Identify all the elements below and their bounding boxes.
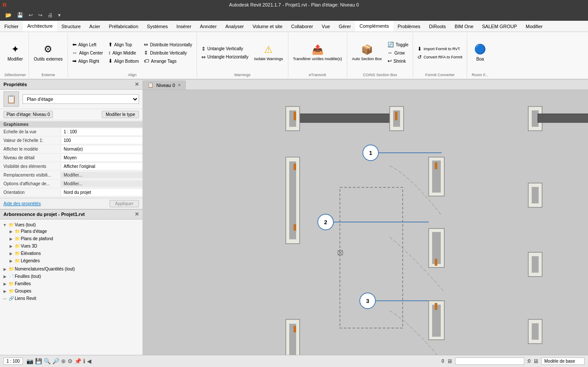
- status-workset-icon[interactable]: 🖥: [447, 358, 452, 364]
- untangle-v-btn[interactable]: ⇕ Untangle Vertically: [200, 45, 250, 53]
- menu-salemgroup[interactable]: SALEM GROUP: [478, 21, 521, 32]
- plans-etage-toggle[interactable]: ▶: [8, 229, 14, 234]
- qa-redo-btn[interactable]: ↪: [36, 11, 44, 19]
- menu-problemes[interactable]: Problèmes: [393, 21, 425, 32]
- vues-toggle[interactable]: ▼: [2, 223, 8, 227]
- canvas[interactable]: 1 2: [143, 90, 588, 355]
- tree-row-liens-revit[interactable]: — 🔗 Liens Revit: [2, 296, 141, 301]
- status-icon-pin[interactable]: 📌: [74, 358, 81, 364]
- svg-rect-54: [435, 303, 437, 310]
- align-left-btn[interactable]: ⬅ Align Left: [71, 41, 105, 48]
- status-icon-zoom2[interactable]: 🔎: [52, 358, 59, 364]
- tree-row-plans-etage[interactable]: ▶ 📁 Plans d'étage: [8, 229, 141, 234]
- align-right-btn[interactable]: ➡ Align Right: [71, 57, 105, 65]
- tab-close-btn[interactable]: ✕: [178, 83, 181, 87]
- align-middle-btn[interactable]: ↕ Align Middle: [107, 49, 141, 57]
- groupes-toggle[interactable]: ▶: [2, 289, 8, 293]
- menu-volume[interactable]: Volume et site: [248, 21, 287, 32]
- menu-modifier[interactable]: Modifier: [521, 21, 547, 32]
- align-bottom-btn[interactable]: ⬇ Align Bottom: [107, 57, 141, 65]
- qa-save-btn[interactable]: 💾: [15, 11, 25, 19]
- menu-prefabrication[interactable]: Préfabrication: [104, 21, 142, 32]
- prop-value-valeur[interactable]: 100: [61, 137, 142, 144]
- modify-type-btn[interactable]: Modifier le type: [102, 111, 139, 118]
- menu-gerer[interactable]: Gérer: [334, 21, 355, 32]
- apply-btn[interactable]: Appliquer: [110, 200, 139, 207]
- legendes-toggle[interactable]: ▶: [8, 259, 14, 263]
- elevations-toggle[interactable]: ▶: [8, 251, 14, 256]
- distribute-h-btn[interactable]: ⇔ Distribute Horizontally: [142, 41, 194, 48]
- status-sync-icon[interactable]: 🖥: [533, 358, 539, 364]
- workset-selector[interactable]: Modèle de base: [541, 357, 585, 365]
- tree-row-vues3d[interactable]: ▶ 📁 Vues 3D: [8, 243, 141, 249]
- convert-rfa-btn[interactable]: ↺ Convert RFA to FormIt: [416, 53, 464, 61]
- status-icon-zoom[interactable]: 🔍: [44, 358, 51, 364]
- tree-row-feuilles[interactable]: ▶ 📄 Feuilles (tout): [2, 274, 141, 279]
- properties-close-btn[interactable]: ✕: [135, 81, 139, 87]
- import-formit-btn[interactable]: ⬇ Import FormIt to RVT: [416, 45, 464, 53]
- status-icon-settings[interactable]: ⚙: [68, 358, 73, 364]
- status-input[interactable]: [455, 357, 524, 365]
- plans-plafond-toggle[interactable]: ▶: [8, 237, 14, 241]
- grow-btn[interactable]: ↔ Grow: [386, 49, 410, 57]
- left-panel: Propriétés ✕ 📋 Plan d'étage Plan d'étage…: [0, 80, 143, 355]
- svg-rect-13: [538, 114, 588, 122]
- tree-row-elevations[interactable]: ▶ 📁 Élévations: [8, 251, 141, 256]
- menu-architecture[interactable]: Architecture: [23, 21, 57, 32]
- auto-section-box-btn[interactable]: 📦 Auto Section Box: [350, 38, 384, 68]
- liens-revit-toggle[interactable]: —: [2, 296, 8, 301]
- menu-bimone[interactable]: BIM One: [450, 21, 478, 32]
- qa-more-btn[interactable]: ▾: [56, 11, 62, 19]
- menu-systemes[interactable]: Systèmes: [142, 21, 172, 32]
- status-icon-camera[interactable]: 📷: [26, 358, 33, 364]
- toggle-btn[interactable]: 🔄 Toggle: [386, 41, 410, 48]
- prop-value-remplacements[interactable]: Modifier...: [61, 172, 142, 178]
- help-link[interactable]: Aide des propriétés: [3, 201, 41, 206]
- status-icon-arrow-left[interactable]: ◀: [87, 358, 91, 364]
- distribute-v-icon: ⇕: [144, 50, 148, 56]
- tree-row-plans-plafond[interactable]: ▶ 📁 Plans de plafond: [8, 236, 141, 241]
- qa-print-btn[interactable]: 🖨: [46, 11, 55, 19]
- feuilles-toggle[interactable]: ▶: [2, 274, 8, 279]
- tree-row-nomenclatures[interactable]: ▶ 📁 Nomenclatures/Quantités (tout): [2, 266, 141, 272]
- arrange-tags-btn[interactable]: 🏷 Arrange Tags: [142, 57, 194, 65]
- isolate-warnings-btn[interactable]: ⚠ Isolate Warnings: [252, 38, 285, 68]
- modifier-btn[interactable]: ✦ Modifier: [5, 38, 25, 68]
- status-icon-info[interactable]: ℹ: [83, 358, 85, 364]
- menu-structure[interactable]: Structure: [57, 21, 85, 32]
- menu-collaborer[interactable]: Collaborer: [287, 21, 317, 32]
- status-icon-nav[interactable]: ⊕: [61, 358, 66, 364]
- browser-content[interactable]: ▼ 📁 Vues (tout) ▶ 📁 Plans d'étage ▶: [0, 219, 142, 355]
- tree-row-groupes[interactable]: ▶ 📁 Groupes: [2, 288, 141, 294]
- vues3d-toggle[interactable]: ▶: [8, 244, 14, 248]
- menu-vue[interactable]: Vue: [317, 21, 334, 32]
- prop-value-echelle[interactable]: 1 : 100: [61, 129, 142, 135]
- shrink-btn[interactable]: ↩ Shrink: [386, 57, 410, 65]
- browser-close-btn[interactable]: ✕: [135, 211, 139, 217]
- menu-analyser[interactable]: Analyser: [221, 21, 248, 32]
- boa-btn[interactable]: 🔵 Boa: [471, 38, 490, 68]
- menu-annoter[interactable]: Annoter: [196, 21, 221, 32]
- view-tab-niveau0[interactable]: 📋 Niveau 0 ✕: [143, 80, 186, 90]
- menu-acier[interactable]: Acier: [85, 21, 104, 32]
- status-icon-save[interactable]: 💾: [35, 358, 42, 364]
- distribute-v-btn[interactable]: ⇕ Distribute Vertically: [142, 49, 194, 57]
- qa-undo-btn[interactable]: ↩: [27, 11, 35, 19]
- menu-diroots[interactable]: DiRoots: [425, 21, 450, 32]
- nomenclatures-toggle[interactable]: ▶: [2, 267, 8, 271]
- align-top-btn[interactable]: ⬆ Align Top: [107, 41, 141, 48]
- menu-fichier[interactable]: Fichier: [0, 21, 23, 32]
- qa-open-btn[interactable]: 📂: [3, 11, 13, 19]
- familles-toggle[interactable]: ▶: [2, 282, 8, 286]
- tree-row-vues[interactable]: ▼ 📁 Vues (tout): [2, 222, 141, 228]
- outils-externes-btn[interactable]: ⚙ Outils externes: [32, 38, 65, 68]
- prop-value-options[interactable]: Modifier...: [61, 180, 142, 187]
- tree-row-legendes[interactable]: ▶ 📁 Légendes: [8, 258, 141, 264]
- untangle-h-btn[interactable]: ⇔ Untangle Horizontally: [200, 53, 250, 61]
- type-selector[interactable]: Plan d'étage: [23, 94, 139, 104]
- menu-inserer[interactable]: Insérer: [172, 21, 196, 32]
- align-center-btn[interactable]: ↔ Align Center: [71, 49, 105, 57]
- tree-row-familles[interactable]: ▶ 📁 Familles: [2, 281, 141, 287]
- etransmit-btn[interactable]: 📤 Transférer un/des modèle(s): [291, 38, 344, 68]
- menu-complements[interactable]: Compléments: [355, 21, 393, 32]
